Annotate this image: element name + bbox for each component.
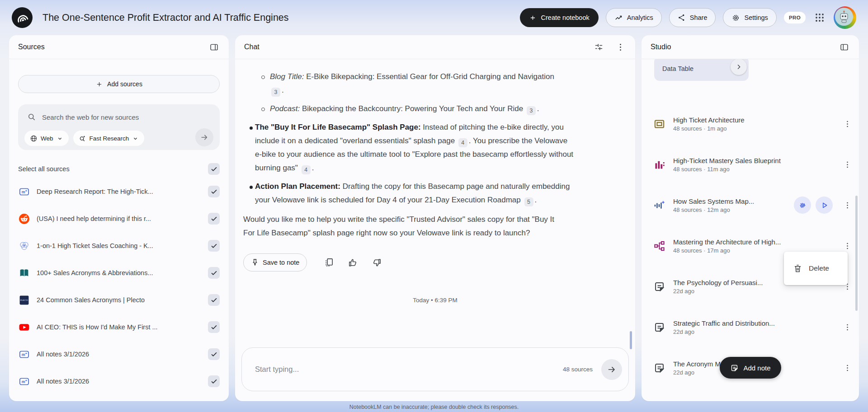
table-frame-icon <box>652 117 666 131</box>
youtube-icon <box>18 321 30 333</box>
note-icon <box>652 320 666 334</box>
trending-up-icon <box>614 14 623 22</box>
plecto-logo-icon: PLECTO <box>18 294 30 306</box>
source-list: m+ Deep Research Report: The High-Tick..… <box>18 178 220 395</box>
source-list-item[interactable]: (USA) I need help determining if this r.… <box>18 205 220 232</box>
create-notebook-button[interactable]: Create notebook <box>520 8 599 27</box>
add-sources-button[interactable]: Add sources <box>18 75 220 93</box>
chat-settings-tune-icon[interactable] <box>593 41 604 53</box>
source-checkbox[interactable] <box>208 240 220 252</box>
select-all-checkbox[interactable] <box>208 163 220 175</box>
studio-item[interactable]: High-Ticket Mastery Sales Blueprint 48 s… <box>652 144 854 185</box>
plus-icon <box>95 80 103 88</box>
source-search-input[interactable] <box>41 113 211 122</box>
thumbs-up-icon[interactable] <box>347 257 359 268</box>
collapse-sources-panel-icon[interactable] <box>208 41 220 53</box>
play-icon <box>820 201 829 210</box>
sources-panel: Sources Add sources <box>9 35 229 401</box>
note-add-icon <box>730 364 738 372</box>
studio-item[interactable]: The Content Creation Engine: Wee... <box>652 388 854 401</box>
item-more-menu-icon[interactable] <box>841 239 854 252</box>
source-checkbox[interactable] <box>208 267 220 279</box>
studio-panel: Studio Data Table High Ticket Architectu… <box>642 35 859 401</box>
send-button[interactable] <box>601 359 622 380</box>
notebook-note-icon: m+ <box>18 348 30 360</box>
citation-chip[interactable]: 5 <box>524 197 533 206</box>
top-bar: The One-Sentence Profit Extractor and AI… <box>0 0 868 35</box>
studio-carousel: Data Table <box>642 59 859 82</box>
interactive-join-button[interactable] <box>794 197 811 214</box>
source-list-item[interactable]: 100+ Sales Acronyms & Abbreviations... <box>18 259 220 286</box>
user-avatar[interactable] <box>834 6 856 29</box>
analytics-button[interactable]: Analytics <box>606 8 662 27</box>
select-all-label: Select all sources <box>18 165 70 173</box>
pushpin-icon <box>251 258 259 267</box>
audio-waveform-icon <box>652 198 666 212</box>
citation-chip[interactable]: 3 <box>527 106 536 115</box>
source-checkbox[interactable] <box>208 321 220 333</box>
studio-item[interactable]: High Ticket Architecture 48 sources · 1m… <box>652 103 854 144</box>
item-more-menu-icon[interactable] <box>841 199 854 211</box>
settings-button[interactable]: Settings <box>723 8 776 27</box>
citation-chip[interactable]: 3 <box>271 88 280 97</box>
source-checkbox[interactable] <box>208 375 220 387</box>
assistant-message: Blog Title: E-Bike Bikepacking: Essentia… <box>235 70 602 240</box>
delete-menu-item[interactable]: Delete <box>784 252 848 285</box>
source-list-item[interactable]: PLECTO 24 Common Sales Acronyms | Plecto <box>18 286 220 314</box>
search-submit-button[interactable] <box>195 128 213 146</box>
carousel-next-button[interactable] <box>731 59 747 75</box>
fast-research-icon <box>79 135 86 142</box>
play-button[interactable] <box>816 197 833 214</box>
notebooklm-logo-icon[interactable] <box>12 7 33 28</box>
globe-icon <box>30 135 38 142</box>
chat-more-menu-icon[interactable] <box>614 41 626 53</box>
chat-panel-title: Chat <box>244 43 259 51</box>
item-more-menu-icon[interactable] <box>841 117 854 130</box>
note-icon <box>652 361 666 375</box>
source-checkbox[interactable] <box>208 348 220 360</box>
studio-item[interactable]: How Sales Systems Map... 48 sources · 12… <box>652 185 854 225</box>
source-checkbox[interactable] <box>208 213 220 225</box>
source-checkbox[interactable] <box>208 294 220 306</box>
share-button[interactable]: Share <box>669 8 716 27</box>
apps-grid-icon[interactable] <box>813 11 826 24</box>
web-search-box: Web Fast Research <box>18 104 220 150</box>
search-icon <box>27 112 36 122</box>
item-more-menu-icon[interactable] <box>841 321 854 333</box>
studio-item[interactable]: Strategic Traffic and Distribution... 22… <box>652 307 854 347</box>
sources-panel-title: Sources <box>18 43 45 51</box>
source-list-item[interactable]: m+ Deep Research Report: The High-Tick..… <box>18 178 220 205</box>
source-list-item[interactable]: m+ All notes 3/1/2026 <box>18 341 220 368</box>
notebooklm-app: The One-Sentence Profit Extractor and AI… <box>0 0 868 412</box>
chat-input[interactable] <box>254 365 563 374</box>
gear-icon <box>731 14 740 22</box>
collapse-studio-panel-icon[interactable] <box>838 41 850 53</box>
save-to-note-button[interactable]: Save to note <box>243 253 307 272</box>
item-more-menu-icon[interactable] <box>841 158 854 171</box>
source-checkbox[interactable] <box>208 186 220 197</box>
flowchart-icon <box>652 239 666 253</box>
source-list-item[interactable]: AI CEO: THIS is How I'd Make My First ..… <box>18 314 220 341</box>
session-divider: Today • 6:39 PM <box>235 297 635 304</box>
thumbs-down-icon[interactable] <box>371 257 382 268</box>
item-more-menu-icon[interactable] <box>841 361 854 374</box>
svg-text:+: + <box>25 351 27 356</box>
research-mode-dropdown[interactable]: Fast Research <box>73 131 145 146</box>
citation-chip[interactable]: 4 <box>458 138 467 147</box>
citation-chip[interactable]: 4 <box>302 165 311 174</box>
source-list-item[interactable]: m+ All notes 3/1/2026 <box>18 368 220 395</box>
waving-hand-icon <box>798 201 807 210</box>
trash-icon <box>793 264 802 273</box>
source-list-item[interactable]: 1-on-1 High Ticket Sales Coaching - K... <box>18 232 220 259</box>
studio-scrollbar[interactable] <box>855 196 858 311</box>
add-note-button[interactable]: Add note <box>719 357 781 379</box>
chat-input-bar: 48 sources <box>241 347 629 391</box>
chat-scrollbar[interactable] <box>630 331 632 349</box>
share-icon <box>678 14 686 22</box>
sources-count: 48 sources <box>563 366 593 373</box>
copy-icon[interactable] <box>323 257 335 268</box>
notebook-title: The One-Sentence Profit Extractor and AI… <box>42 12 289 23</box>
robot-avatar-image <box>835 8 853 26</box>
web-filter-dropdown[interactable]: Web <box>24 131 69 146</box>
notebook-note-icon: m+ <box>18 375 30 387</box>
